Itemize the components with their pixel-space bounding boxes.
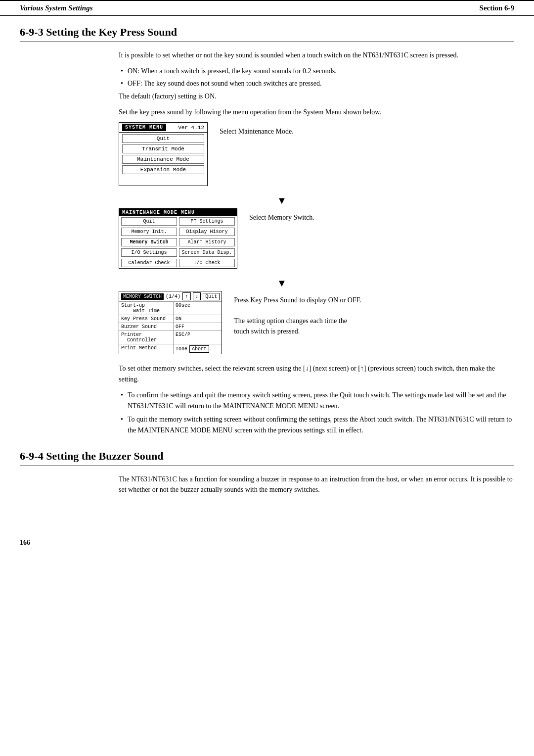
para-set-memory: To set other memory switches, select the… <box>119 363 514 384</box>
system-menu-title: SYSTEM MENU <box>122 124 166 131</box>
mem-row-printmethod: Print Method Tone Abort <box>119 344 222 354</box>
mem-value-startup: 00sec <box>174 302 222 315</box>
mem-print-tone[interactable]: Tone <box>176 346 187 352</box>
header-right: Section 6-9 <box>480 4 514 12</box>
maint-btn-display-history[interactable]: Display Hisory <box>179 228 235 236</box>
sys-btn-maintenance[interactable]: Maintenance Mode <box>122 155 204 164</box>
maintenance-menu-title: MAINTENANCE MODE MENU <box>119 209 237 216</box>
sys-btn-expansion[interactable]: Expansion Mode <box>122 165 204 174</box>
mem-label-startup: Start-up Wait Time <box>119 302 174 315</box>
bullet-off: OFF: The key sound does not sound when t… <box>119 78 514 89</box>
memory-switch-screen: MEMORY SWITCH (1/4) ↑ ↓ Quit Start-up Wa… <box>119 291 222 354</box>
system-menu-box: SYSTEM MENU Ver 4.12 Quit Transmit Mode … <box>119 122 208 186</box>
section-693-heading: 6-9-3 Setting the Key Press Sound <box>20 26 514 42</box>
bullet-on: ON: When a touch switch is pressed, the … <box>119 66 514 77</box>
note-key-press-sound: Press Key Press Sound to display ON or O… <box>234 291 362 336</box>
maint-btn-io-check[interactable]: I/O Check <box>179 259 235 267</box>
maint-row-4: I/O Settings Screen Data Disp. <box>119 247 237 258</box>
content: 6-9-3 Setting the Key Press Sound It is … <box>0 26 534 520</box>
header-left: Various System Settings <box>20 4 93 12</box>
intro-text-1: It is possible to set whether or not the… <box>119 50 514 61</box>
note-select-memory-switch: Select Memory Switch. <box>249 208 314 223</box>
mem-abort-btn[interactable]: Abort <box>189 345 209 353</box>
header-bar: Various System Settings Section 6-9 <box>0 0 534 16</box>
mem-label-printmethod: Print Method <box>119 344 174 354</box>
maint-btn-calendar-check[interactable]: Calendar Check <box>121 259 177 267</box>
mem-title-label: MEMORY SWITCH <box>121 293 164 300</box>
maint-btn-pt-settings[interactable]: PT Settings <box>179 217 235 226</box>
mem-value-printmethod: Tone Abort <box>174 344 222 354</box>
mem-label-keypresssound: Key Press Sound <box>119 315 174 323</box>
default-text: The default (factory) setting is ON. <box>119 91 514 102</box>
maint-row-2: Memory Init. Display Hisory <box>119 227 237 237</box>
mem-row-keypresssound: Key Press Sound ON <box>119 315 222 323</box>
sys-btn-transmit[interactable]: Transmit Mode <box>122 144 204 153</box>
mem-row-startup: Start-up Wait Time 00sec <box>119 301 222 315</box>
diagram-maintenance-menu: MAINTENANCE MODE MENU Quit PT Settings M… <box>119 208 514 269</box>
sub-bullet-confirm: To confirm the settings and quit the mem… <box>119 390 514 411</box>
sub-bullet-quit: To quit the memory switch setting screen… <box>119 414 514 435</box>
set-text: Set the key press sound by following the… <box>119 107 514 118</box>
maint-btn-alarm-history[interactable]: Alarm History <box>179 238 235 246</box>
system-menu-screen: SYSTEM MENU Ver 4.12 Quit Transmit Mode … <box>119 122 208 186</box>
arrow-down-2: ▼ <box>20 278 514 289</box>
mem-row-printer: Printer Controller ESC/P <box>119 331 222 344</box>
section-694-text: The NT631/NT631C has a function for soun… <box>119 474 514 495</box>
maint-btn-io-settings[interactable]: I/O Settings <box>121 248 177 257</box>
maint-row-1: Quit PT Settings <box>119 216 237 227</box>
mem-value-keypresssound[interactable]: ON <box>174 315 222 323</box>
mem-counter: (1/4) <box>166 294 180 299</box>
mem-value-buzzersound[interactable]: OFF <box>174 323 222 331</box>
mem-quit-btn[interactable]: Quit <box>203 293 220 300</box>
page: Various System Settings Section 6-9 6-9-… <box>0 0 534 756</box>
maint-btn-quit[interactable]: Quit <box>121 217 177 226</box>
system-menu-ver: Ver 4.12 <box>178 125 204 131</box>
maintenance-menu-screen: MAINTENANCE MODE MENU Quit PT Settings M… <box>119 208 237 269</box>
diagram-memory-switch: MEMORY SWITCH (1/4) ↑ ↓ Quit Start-up Wa… <box>119 291 514 354</box>
mem-label-buzzersound: Buzzer Sound <box>119 323 174 331</box>
maint-row-5: Calendar Check I/O Check <box>119 258 237 268</box>
maint-btn-memory-switch[interactable]: Memory Switch <box>121 238 177 246</box>
mem-value-printer[interactable]: ESC/P <box>174 331 222 344</box>
sys-btn-quit[interactable]: Quit <box>122 134 204 143</box>
page-footer: 166 <box>0 535 534 551</box>
maint-btn-memory-init[interactable]: Memory Init. <box>121 228 177 236</box>
note-select-maintenance: Select Maintenance Mode. <box>220 122 294 137</box>
mem-nav-down[interactable]: ↓ <box>193 292 201 300</box>
mem-nav-up[interactable]: ↑ <box>182 292 191 300</box>
section-694-heading: 6-9-4 Setting the Buzzer Sound <box>20 450 514 466</box>
maint-row-3: Memory Switch Alarm History <box>119 237 237 247</box>
mem-label-printer: Printer Controller <box>119 331 174 344</box>
arrow-down-1: ▼ <box>20 195 514 206</box>
page-number: 166 <box>20 539 30 546</box>
maintenance-menu-box: MAINTENANCE MODE MENU Quit PT Settings M… <box>119 208 237 269</box>
maint-btn-screen-data[interactable]: Screen Data Disp. <box>179 248 235 257</box>
diagram-system-menu: SYSTEM MENU Ver 4.12 Quit Transmit Mode … <box>119 122 514 186</box>
mem-header-row: MEMORY SWITCH (1/4) ↑ ↓ Quit <box>119 291 222 301</box>
memory-switch-box: MEMORY SWITCH (1/4) ↑ ↓ Quit Start-up Wa… <box>119 291 222 354</box>
mem-row-buzzersound: Buzzer Sound OFF <box>119 323 222 331</box>
